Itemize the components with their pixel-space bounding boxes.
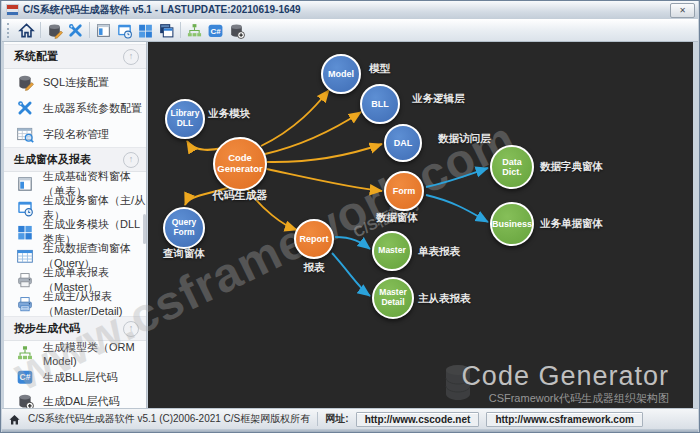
node-title: Form xyxy=(393,186,416,196)
node-caption: 单表报表 xyxy=(418,245,460,259)
toolbar-separator xyxy=(89,22,90,38)
node-title: BLL xyxy=(371,99,389,109)
cascade-window-icon xyxy=(158,22,175,39)
tools-icon xyxy=(67,22,84,39)
windows-logo-icon xyxy=(16,223,34,241)
diagram-node-business[interactable]: Business xyxy=(490,202,534,246)
node-caption: 数据窗体 xyxy=(376,211,418,225)
window-bottom-border xyxy=(2,429,698,432)
node-title: Report xyxy=(300,234,329,244)
sql-connection-icon xyxy=(46,22,63,39)
cascade-window-button[interactable] xyxy=(156,20,177,40)
orm-model-button[interactable] xyxy=(184,20,205,40)
statusbar-separator xyxy=(317,412,318,426)
diagram-node-master-detail[interactable]: Master Detail xyxy=(372,277,414,319)
node-caption: 业务模块 xyxy=(208,107,250,121)
node-title: Master xyxy=(378,246,405,256)
item-label: 生成模型类（ORM Model) xyxy=(43,340,146,367)
toolbar-separator xyxy=(180,22,181,38)
single-form-icon xyxy=(16,175,34,193)
home-icon xyxy=(18,22,35,39)
group-title: 按步生成代码 xyxy=(14,321,123,336)
org-chart-icon xyxy=(16,344,34,362)
diagram-subtitle: CSFramework代码生成器组织架构图 xyxy=(489,391,669,406)
diagram-node-dal[interactable]: DAL xyxy=(384,124,422,162)
diagram-title: Code Generator xyxy=(461,361,669,392)
node-title: DAL xyxy=(394,138,413,148)
windows-logo-icon xyxy=(137,22,154,39)
node-caption: 模型 xyxy=(369,62,390,76)
sidebar-item-system-params[interactable]: 生成器系统参数配置 xyxy=(4,95,146,121)
master-detail-form-icon xyxy=(116,22,133,39)
sidebar-item-master-detail-report[interactable]: 生成主/从报表（Master/Detail) xyxy=(4,292,146,316)
single-table-form-icon xyxy=(95,22,112,39)
group-title: 系统配置 xyxy=(14,49,123,64)
node-title: Master Detail xyxy=(376,288,410,308)
home-icon xyxy=(8,413,21,426)
node-caption: 查询窗体 xyxy=(162,247,206,261)
node-title: Model xyxy=(328,69,354,79)
window-title: C/S系统代码生成器软件 v5.1 - LASTUPDATE:20210619-… xyxy=(23,3,670,17)
sidebar-item-sql-connection[interactable]: SQL连接配置 xyxy=(4,69,146,95)
svg-text:C#: C# xyxy=(210,26,221,35)
node-caption: 数据字典窗体 xyxy=(540,160,603,174)
diagram-node-library-dll[interactable]: Library DLL xyxy=(165,99,205,139)
url-cscode[interactable]: http://www.cscode.net xyxy=(356,412,480,427)
sidebar-item-bll-code[interactable]: C# 生成BLL层代码 xyxy=(4,365,146,389)
single-table-form-button[interactable] xyxy=(93,20,114,40)
item-label: 生成器系统参数配置 xyxy=(43,101,142,116)
master-detail-form-button[interactable] xyxy=(114,20,135,40)
collapse-arrow-icon[interactable]: ↑ xyxy=(123,49,139,65)
bll-code-button[interactable]: C# xyxy=(205,20,226,40)
org-chart-icon xyxy=(186,22,203,39)
home-button[interactable] xyxy=(16,20,37,40)
item-label: SQL连接配置 xyxy=(43,75,109,90)
diagram-node-code-generator[interactable]: Code Generator xyxy=(213,137,267,191)
system-params-button[interactable] xyxy=(65,20,86,40)
node-title: Business xyxy=(492,219,532,229)
statusbar: C/S系统代码生成器软件 v5.1 (C)2006-2021 C/S框架网版权所… xyxy=(2,408,698,429)
csharp-icon: C# xyxy=(16,368,34,386)
url-label: 网址: xyxy=(325,412,348,426)
node-title: Code Generator xyxy=(217,153,263,175)
diagram-node-data-dict[interactable]: Data Dict. xyxy=(490,145,534,189)
sidebar-item-field-names[interactable]: 字段名称管理 xyxy=(4,121,146,147)
url-csframework[interactable]: http://www.csframework.com xyxy=(486,412,643,427)
diagram-node-bll[interactable]: BLL xyxy=(360,84,400,124)
sidebar-group-system-config[interactable]: 系统配置 ↑ xyxy=(4,44,146,69)
csharp-icon: C# xyxy=(207,22,224,39)
node-caption: 数据访问层 xyxy=(438,132,491,146)
diagram-node-form[interactable]: Form xyxy=(384,171,424,211)
close-button[interactable]: ✕ xyxy=(670,3,695,18)
sidebar-group-step-codegen[interactable]: 按步生成代码 ↑ xyxy=(4,316,146,341)
diagram-node-model[interactable]: Model xyxy=(321,54,361,94)
sidebar-item-orm-model[interactable]: 生成模型类（ORM Model) xyxy=(4,341,146,365)
printer-icon xyxy=(16,271,34,289)
diagram-node-report[interactable]: Report xyxy=(294,219,334,259)
diagram-node-master[interactable]: Master xyxy=(372,231,412,271)
sql-connection-button[interactable] xyxy=(44,20,65,40)
navigation-sidebar: 系统配置 ↑ SQL连接配置 生成器系统参数配置 xyxy=(4,41,147,409)
diagram-node-query-form[interactable]: Query Form xyxy=(163,207,205,249)
node-title: Data Dict. xyxy=(494,157,530,178)
collapse-arrow-icon[interactable]: ↑ xyxy=(123,152,139,168)
node-caption: 业务逻辑层 xyxy=(412,92,465,106)
dal-code-button[interactable] xyxy=(226,20,247,40)
node-caption: 主从表报表 xyxy=(418,292,471,306)
collapse-arrow-icon[interactable]: ↑ xyxy=(123,321,139,337)
dll-module-button[interactable] xyxy=(135,20,156,40)
node-caption: 报表 xyxy=(294,261,334,275)
diagram-canvas: C/S框架网 Library DLL Code Generator Query … xyxy=(148,41,693,411)
toolbar-grip[interactable] xyxy=(7,23,12,38)
item-label: 生成主/从报表（Master/Detail) xyxy=(43,289,146,319)
sidebar-scrollbar[interactable] xyxy=(143,214,146,244)
app-logo-icon xyxy=(6,4,19,16)
node-caption: 代码生成器 xyxy=(211,188,269,203)
item-label: 生成DAL层代码 xyxy=(43,394,119,409)
item-label: 字段名称管理 xyxy=(43,127,109,142)
grid-search-icon xyxy=(16,125,34,143)
database-add-icon xyxy=(228,22,245,39)
statusbar-copyright: C/S系统代码生成器软件 v5.1 (C)2006-2021 C/S框架网版权所… xyxy=(28,412,310,426)
node-title: Library DLL xyxy=(169,109,201,129)
titlebar: C/S系统代码生成器软件 v5.1 - LASTUPDATE:20210619-… xyxy=(2,1,698,20)
